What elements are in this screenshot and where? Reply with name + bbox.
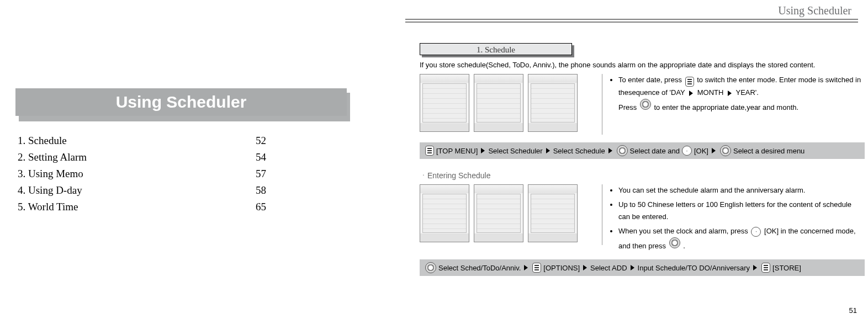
phone-screenshot bbox=[420, 74, 469, 132]
step-text: Select Sched/ToDo/Anniv. bbox=[438, 264, 521, 272]
text: When you set the clock and alarm, press bbox=[618, 227, 748, 235]
toc-row: 1. Schedule 52 bbox=[18, 132, 338, 149]
step-text: Select ADD bbox=[590, 264, 627, 272]
toc-page: 58 bbox=[256, 184, 266, 196]
step-text: Select date and bbox=[630, 147, 680, 155]
text: To enter date, press bbox=[618, 76, 682, 84]
screenshot-row bbox=[420, 184, 578, 242]
tab-label: 1. Schedule bbox=[420, 43, 572, 55]
ok-key-icon bbox=[682, 146, 692, 156]
nav-key-icon bbox=[720, 145, 731, 156]
separator-line bbox=[602, 184, 602, 245]
bullet-item: You can set the schedule alarm and the a… bbox=[618, 184, 864, 196]
text: Press bbox=[618, 103, 637, 111]
phone-screenshot bbox=[474, 74, 523, 132]
header-title: Using Scheduler bbox=[778, 4, 851, 17]
arrow-icon bbox=[689, 91, 693, 96]
sequence-bar: [TOP MENU] Select Scheduler Select Sched… bbox=[420, 142, 865, 159]
nav-key-icon bbox=[669, 237, 680, 248]
arrow-icon bbox=[608, 148, 612, 153]
text: MONTH bbox=[697, 88, 724, 97]
step-text: Input Schedule/TO DO/Anniversary bbox=[638, 264, 750, 272]
toc-page: 54 bbox=[256, 151, 266, 163]
menu-key-icon bbox=[685, 77, 694, 87]
menu-key-icon bbox=[532, 263, 541, 273]
page-number: 51 bbox=[849, 306, 857, 315]
step-text: [TOP MENU] bbox=[436, 147, 478, 155]
arrow-icon bbox=[753, 265, 757, 270]
step-text: [OK] bbox=[694, 147, 708, 155]
toc: 1. Schedule 52 2. Setting Alarm 54 3. Us… bbox=[18, 132, 338, 215]
phone-screenshot bbox=[528, 184, 578, 242]
separator-line bbox=[602, 74, 602, 135]
bullet-item: Up to 50 Chinese letters or 100 English … bbox=[618, 199, 864, 223]
arrow-icon bbox=[583, 265, 587, 270]
arrow-icon bbox=[631, 265, 634, 270]
nav-key-icon bbox=[640, 99, 651, 110]
phone-screenshot bbox=[420, 184, 469, 242]
toc-row: 5. World Time 65 bbox=[18, 199, 338, 215]
phone-screenshot bbox=[528, 74, 578, 132]
menu-key-icon bbox=[761, 263, 770, 273]
arrow-icon bbox=[481, 148, 485, 153]
left-title-container: Using Scheduler bbox=[15, 88, 358, 121]
bullet-item: To enter date, press to switch the enter… bbox=[618, 74, 864, 114]
right-page: Using Scheduler 1. Schedule If you store… bbox=[387, 0, 868, 319]
toc-row: 4. Using D-day 58 bbox=[18, 182, 338, 199]
step-text: [STORE] bbox=[772, 264, 801, 272]
arrow-icon bbox=[728, 91, 732, 96]
bullet-block: To enter date, press to switch the enter… bbox=[610, 74, 864, 116]
sequence-bar: Select Sched/ToDo/Anniv. [OPTIONS] Selec… bbox=[420, 259, 865, 276]
step-text: Select Schedule bbox=[553, 147, 605, 155]
page-title: Using Scheduler bbox=[15, 88, 347, 116]
arrow-icon bbox=[712, 148, 716, 153]
section-tab: 1. Schedule bbox=[420, 43, 574, 56]
subheading: ㆍEntering Schedule bbox=[420, 171, 490, 181]
menu-key-icon bbox=[425, 146, 434, 156]
intro-text: If you store schedule(Sched, ToDo, Anniv… bbox=[420, 61, 861, 69]
toc-row: 2. Setting Alarm 54 bbox=[18, 149, 338, 166]
step-text: Select a desired menu bbox=[733, 147, 805, 155]
text: to enter the appropriate date,year and m… bbox=[654, 103, 798, 111]
text: YEAR'. bbox=[735, 88, 759, 97]
arrow-icon bbox=[546, 148, 550, 153]
arrow-icon bbox=[524, 265, 528, 270]
toc-page: 52 bbox=[256, 135, 266, 147]
rule-line bbox=[405, 19, 858, 20]
nav-key-icon bbox=[617, 145, 628, 156]
toc-page: 57 bbox=[256, 168, 266, 180]
bullet-item: When you set the clock and alarm, press … bbox=[618, 225, 864, 252]
phone-screenshot bbox=[474, 184, 523, 242]
toc-page: 65 bbox=[256, 201, 266, 213]
nav-key-icon bbox=[425, 262, 436, 273]
toc-label: 4. Using D-day bbox=[18, 184, 82, 196]
ok-key-icon bbox=[751, 227, 761, 237]
header: Using Scheduler bbox=[405, 4, 858, 23]
toc-label: 5. World Time bbox=[18, 201, 78, 213]
toc-row: 3. Using Memo 57 bbox=[18, 166, 338, 182]
screenshot-row bbox=[420, 74, 578, 132]
step-text: Select Scheduler bbox=[488, 147, 542, 155]
toc-label: 3. Using Memo bbox=[18, 168, 83, 180]
step-text: [OPTIONS] bbox=[543, 264, 580, 272]
rule-line bbox=[405, 22, 858, 23]
toc-label: 2. Setting Alarm bbox=[18, 151, 87, 163]
toc-label: 1. Schedule bbox=[18, 135, 67, 147]
bullet-block: You can set the schedule alarm and the a… bbox=[610, 184, 864, 254]
text: . bbox=[683, 242, 685, 250]
left-page: Using Scheduler 1. Schedule 52 2. Settin… bbox=[0, 0, 387, 319]
